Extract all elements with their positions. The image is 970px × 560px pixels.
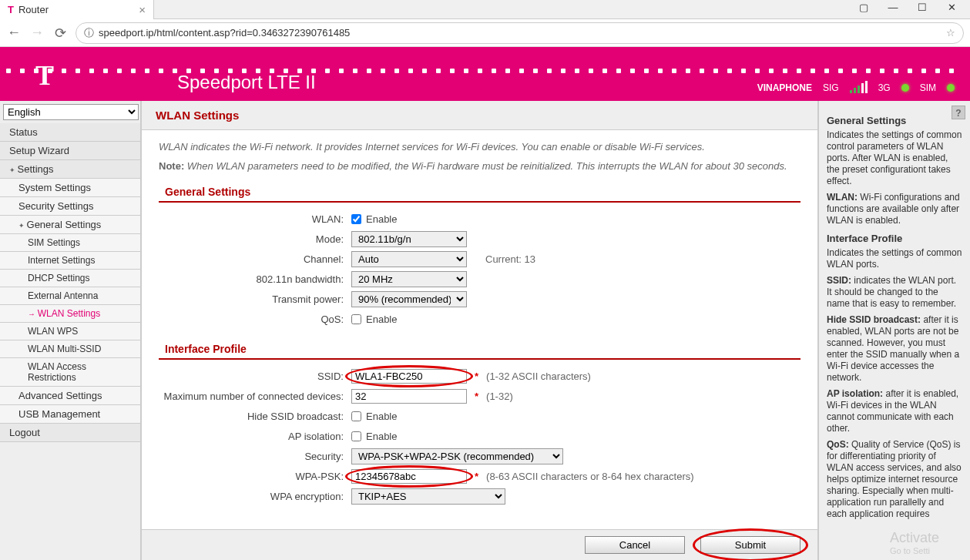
user-icon[interactable]: ▢ — [853, 2, 874, 17]
page-title: WLAN Settings — [142, 101, 817, 130]
required-icon: * — [475, 371, 478, 382]
txpower-label: Transmit power: — [159, 293, 351, 305]
note-text: Note: When WLAN parameters need to be mo… — [159, 160, 801, 172]
sim-led-icon — [947, 84, 955, 92]
cancel-button[interactable]: Cancel — [585, 536, 685, 554]
mode-select[interactable]: 802.11b/g/n — [351, 231, 467, 247]
sidebar-item-system-settings[interactable]: System Settings — [0, 179, 140, 197]
net3g-led-icon — [901, 84, 909, 92]
header-dots — [0, 69, 970, 73]
signal-bars-icon — [850, 82, 868, 93]
bandwidth-label: 802.11n bandwidth: — [159, 273, 351, 285]
close-window-button[interactable]: ✕ — [941, 2, 962, 17]
wpapsk-input[interactable] — [351, 469, 467, 484]
product-name: Speedport LTE II — [177, 72, 316, 101]
forward-button[interactable]: → — [29, 25, 45, 41]
sidebar-item-wlan-settings[interactable]: WLAN Settings — [0, 305, 140, 323]
maximize-button[interactable]: ☐ — [911, 2, 933, 17]
qos-enable-text: Enable — [366, 314, 397, 325]
help-general-text: Indicates the settings of common control… — [827, 129, 962, 187]
info-icon[interactable]: ⓘ — [84, 26, 94, 40]
bandwidth-select[interactable]: 20 MHz — [351, 271, 467, 287]
help-wlan-text: WLAN: Wi-Fi configurations and functions… — [827, 192, 962, 226]
wlan-enable-text: Enable — [366, 213, 397, 225]
sidebar-item-internet-settings[interactable]: Internet Settings — [0, 252, 140, 270]
help-general-heading: General Settings — [827, 115, 962, 126]
sidebar-item-wlan-multi-ssid[interactable]: WLAN Multi-SSID — [0, 340, 140, 358]
wpaenc-label: WPA encryption: — [159, 491, 351, 502]
help-ssid-text: SSID: indicates the WLAN port. It should… — [827, 275, 962, 310]
sidebar-item-usb-management[interactable]: USB Management — [0, 405, 140, 424]
hidessid-label: Hide SSID broadcast: — [159, 411, 351, 422]
wpaenc-select[interactable]: TKIP+AES — [351, 488, 505, 505]
language-select[interactable]: English — [3, 104, 139, 120]
maxdev-input[interactable] — [351, 389, 467, 404]
ssid-input[interactable] — [351, 369, 467, 384]
security-select[interactable]: WPA-PSK+WPA2-PSK (recommended) — [351, 448, 563, 464]
sidebar-item-dhcp-settings[interactable]: DHCP Settings — [0, 270, 140, 287]
mode-label: Mode: — [159, 233, 351, 245]
sidebar-item-advanced-settings[interactable]: Advanced Settings — [0, 387, 140, 405]
net3g-label: 3G — [878, 82, 891, 93]
section-general: General Settings — [159, 183, 801, 203]
tab-close-icon[interactable]: × — [139, 3, 146, 16]
tab-title: Router — [18, 4, 49, 15]
intro-text: WLAN indicates the Wi-Fi network. It pro… — [159, 141, 801, 153]
sidebar-item-external-antenna[interactable]: External Antenna — [0, 287, 140, 305]
back-button[interactable]: ← — [6, 25, 22, 41]
carrier-label: VINAPHONE — [757, 82, 812, 93]
help-icon[interactable]: ? — [952, 106, 965, 119]
qos-enable-checkbox[interactable] — [351, 314, 361, 324]
wlan-label: WLAN: — [159, 213, 351, 225]
section-interface: Interface Profile — [159, 340, 801, 360]
required-icon: * — [475, 471, 478, 482]
header-status: VINAPHONE SIG 3G SIM — [757, 82, 955, 93]
qos-label: QoS: — [159, 314, 351, 325]
hidessid-text: Enable — [366, 411, 397, 422]
sidebar-item-settings[interactable]: Settings — [0, 160, 140, 179]
url-bar[interactable]: ⓘ speedport.ip/html/content.asp?rid=0.34… — [76, 22, 964, 44]
url-text: speedport.ip/html/content.asp?rid=0.3463… — [99, 27, 941, 39]
channel-label: Channel: — [159, 253, 351, 265]
sidebar-item-sim-settings[interactable]: SIM Settings — [0, 234, 140, 252]
sidebar-item-wizard[interactable]: Setup Wizard — [0, 142, 140, 160]
sidebar: English Status Setup Wizard Settings Sys… — [0, 101, 142, 560]
maxdev-label: Maximum number of connected devices: — [159, 391, 351, 402]
sidebar-item-wlan-access-restrictions[interactable]: WLAN Access Restrictions — [0, 358, 140, 387]
bookmark-icon[interactable]: ☆ — [946, 27, 955, 39]
help-pane: ? General Settings Indicates the setting… — [819, 101, 970, 560]
button-bar: Cancel Submit — [142, 529, 817, 560]
apisolation-label: AP isolation: — [159, 431, 351, 442]
help-interface-heading: Interface Profile — [827, 233, 962, 244]
wpapsk-hint: (8-63 ASCII characters or 8-64 hex chara… — [486, 471, 694, 482]
sidebar-item-security-settings[interactable]: Security Settings — [0, 197, 140, 216]
browser-tab[interactable]: T Router × — [0, 0, 154, 19]
tab-favicon-icon: T — [8, 4, 14, 15]
ssid-hint: (1-32 ASCII characters) — [486, 371, 591, 382]
ssid-label: SSID: — [159, 371, 351, 382]
reload-button[interactable]: ⟳ — [52, 25, 68, 42]
apisolation-checkbox[interactable] — [351, 431, 361, 441]
submit-button[interactable]: Submit — [700, 536, 801, 554]
help-ap-text: AP isolation: after it is enabled, Wi-Fi… — [827, 388, 962, 434]
sig-label: SIG — [823, 82, 839, 93]
browser-tab-bar: T Router × ▢ — ☐ ✕ — [0, 0, 970, 19]
page-header: T Speedport LTE II VINAPHONE SIG 3G SIM — [0, 47, 970, 101]
hidessid-checkbox[interactable] — [351, 411, 361, 421]
apisolation-text: Enable — [366, 431, 397, 442]
sidebar-item-logout[interactable]: Logout — [0, 424, 140, 442]
wlan-enable-checkbox[interactable] — [351, 214, 361, 224]
sidebar-item-general-settings[interactable]: General Settings — [0, 216, 140, 234]
help-qos-text: QoS: Quality of Service (QoS) is for dif… — [827, 439, 962, 520]
minimize-button[interactable]: — — [882, 2, 904, 17]
browser-nav-bar: ← → ⟳ ⓘ speedport.ip/html/content.asp?ri… — [0, 19, 970, 47]
channel-current: Current: 13 — [485, 253, 535, 265]
channel-select[interactable]: Auto — [351, 251, 467, 267]
required-icon: * — [475, 391, 478, 402]
help-interface-text: Indicates the settings of common WLAN po… — [827, 247, 962, 270]
wpapsk-label: WPA-PSK: — [159, 471, 351, 482]
txpower-select[interactable]: 90% (recommended) — [351, 291, 467, 307]
sidebar-item-status[interactable]: Status — [0, 123, 140, 142]
t-logo-icon: T — [35, 59, 54, 92]
sidebar-item-wlan-wps[interactable]: WLAN WPS — [0, 323, 140, 340]
